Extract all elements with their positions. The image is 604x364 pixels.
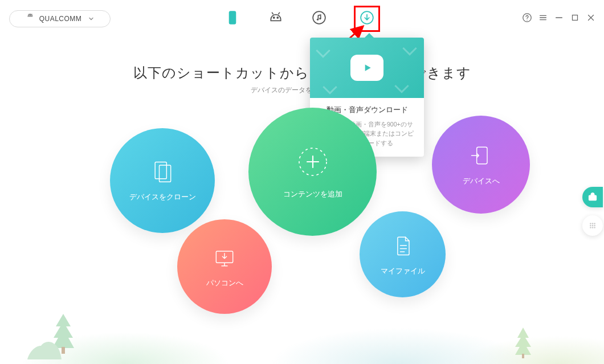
svg-point-23 <box>594 225 595 227</box>
action-to-device-label: デバイスへ <box>463 176 500 186</box>
tree-icon <box>513 328 533 358</box>
add-plus-icon <box>296 145 330 179</box>
to-pc-icon <box>212 245 237 270</box>
tab-download[interactable] <box>354 6 380 32</box>
window-controls <box>522 13 596 23</box>
action-my-files[interactable]: マイファイル <box>360 211 446 297</box>
page-title: 以下のショートカットからクイック転送ができます <box>0 64 604 82</box>
chevron-down-icon <box>88 14 94 24</box>
action-my-files-label: マイファイル <box>381 266 425 276</box>
android-head-icon <box>268 10 283 27</box>
menu-button[interactable] <box>538 13 548 23</box>
action-to-pc[interactable]: パソコンへ <box>177 219 272 314</box>
svg-point-26 <box>594 227 595 228</box>
footer-landscape <box>0 301 604 364</box>
device-name: QUALCOMM <box>39 15 82 23</box>
music-icon <box>312 10 327 27</box>
download-circle-icon <box>360 10 374 27</box>
svg-point-24 <box>590 227 591 228</box>
device-select[interactable]: QUALCOMM <box>9 10 111 27</box>
tablet-clone-icon <box>150 159 175 184</box>
svg-point-7 <box>317 19 319 21</box>
bush-icon <box>27 340 62 359</box>
android-icon <box>26 13 35 24</box>
close-button[interactable] <box>586 13 596 23</box>
page-subtitle: デバイスのデータを読み込み中… <box>0 85 604 95</box>
tab-android[interactable] <box>267 7 284 30</box>
svg-point-1 <box>31 15 31 16</box>
side-tab-toolbox[interactable] <box>582 187 603 207</box>
files-icon <box>390 233 415 258</box>
svg-point-5 <box>277 17 278 18</box>
svg-rect-27 <box>62 347 65 354</box>
action-to-pc-label: パソコンへ <box>206 278 243 288</box>
svg-rect-11 <box>573 15 578 21</box>
side-tabs <box>582 187 604 236</box>
svg-point-8 <box>319 18 321 19</box>
svg-rect-13 <box>160 165 171 182</box>
svg-rect-3 <box>231 22 233 23</box>
play-icon <box>350 55 383 81</box>
svg-point-6 <box>313 11 325 24</box>
svg-point-19 <box>592 223 594 224</box>
action-clone-device[interactable]: デバイスをクローン <box>110 128 215 233</box>
svg-rect-12 <box>155 162 166 179</box>
help-button[interactable] <box>522 13 532 23</box>
maximize-button[interactable] <box>570 13 580 23</box>
svg-rect-28 <box>522 354 524 358</box>
action-to-device[interactable]: デバイスへ <box>432 116 530 214</box>
svg-rect-17 <box>589 195 597 200</box>
svg-point-25 <box>592 227 594 228</box>
svg-point-22 <box>592 225 594 227</box>
top-nav <box>224 6 380 32</box>
action-add-content[interactable]: コンテンツを追加 <box>248 108 377 236</box>
popover-header <box>310 38 424 98</box>
phone-icon <box>225 10 240 27</box>
topbar: QUALCOMM <box>0 0 604 34</box>
svg-point-0 <box>28 15 29 16</box>
minimize-button[interactable] <box>554 13 564 23</box>
side-tab-grid[interactable] <box>582 215 603 236</box>
tab-music[interactable] <box>311 7 328 30</box>
svg-point-4 <box>274 17 275 18</box>
svg-point-18 <box>590 223 591 224</box>
svg-point-21 <box>590 225 591 227</box>
svg-point-20 <box>594 223 595 224</box>
tab-phone[interactable] <box>224 7 241 30</box>
action-add-label: コンテンツを追加 <box>283 189 342 199</box>
to-device-icon <box>468 143 493 168</box>
action-clone-label: デバイスをクローン <box>129 192 196 202</box>
